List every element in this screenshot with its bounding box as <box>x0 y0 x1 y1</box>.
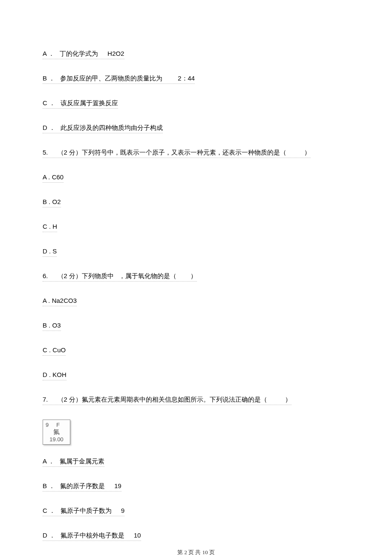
question-number: 6. <box>43 272 48 279</box>
question-number: 5. <box>43 149 48 156</box>
option-value: 9 <box>121 507 124 514</box>
option-text: 氟原子中核外电子数是 <box>61 532 124 539</box>
q4-option-a: A ．丁的化学式为H2O2 <box>43 49 124 59</box>
question-text: 氟元素在元素周期表中的相关信息如图所示。下列说法正确的是（ <box>82 396 267 403</box>
question-text: 下列符号中，既表示一个原子，又表示一种元素，还表示一种物质的是（ <box>82 149 286 156</box>
q7-option-a: A ．氟属于金属元素 <box>43 457 104 467</box>
q6-option-b: B . O3 <box>43 321 61 331</box>
question-text-1: 下列物质中 <box>82 272 114 279</box>
q4-option-c: C ．该反应属于置换反应 <box>43 98 118 109</box>
close-paren: ） <box>190 272 197 279</box>
close-paren: ） <box>304 149 311 156</box>
answer-blank <box>176 272 190 279</box>
answer-blank <box>286 149 304 156</box>
option-letter: A ． <box>43 457 55 465</box>
q5-option-a: A . C60 <box>43 173 63 183</box>
question-text-2: ，属于氧化物的是（ <box>119 272 176 279</box>
page-footer: 第 2 页 共 10 页 <box>43 549 349 555</box>
q7-option-b: B ．氟的原子序数是19 <box>43 481 121 492</box>
option-letter: B ． <box>43 482 55 489</box>
option-letter: A ． <box>43 50 55 57</box>
option-text: 氟的原子序数是 <box>60 482 105 489</box>
q6-option-c: C . CuO <box>43 345 66 356</box>
element-mass: 19.00 <box>46 436 67 443</box>
option-letter: D ． <box>43 532 55 539</box>
option-text: 氟属于金属元素 <box>60 457 104 465</box>
q7-option-c: C ．氟原子中质子数为9 <box>43 506 124 516</box>
option-letter: B ． <box>43 75 55 82</box>
option-text: 氟原子中质子数为 <box>61 507 112 514</box>
q5-option-c: C . H <box>43 222 57 232</box>
question-points: （2 分） <box>58 272 82 279</box>
answer-blank <box>267 396 285 403</box>
option-value: 19 <box>114 482 121 489</box>
option-letter: D ． <box>43 124 55 131</box>
option-text: 丁的化学式为 <box>60 50 98 57</box>
option-text: 参加反应的甲、乙两物质的质量比为 <box>60 75 162 82</box>
q6-option-d: D . KOH <box>43 370 66 380</box>
periodic-element-card: 9F 氟 19.00 <box>43 420 70 445</box>
exam-page: A ．丁的化学式为H2O2 B ．参加反应的甲、乙两物质的质量比为2：44 C … <box>0 0 392 555</box>
option-letter: C ． <box>43 99 55 106</box>
q6-stem: 6.（2 分）下列物质中，属于氧化物的是（ ） <box>43 271 197 282</box>
option-text: 此反应涉及的四种物质均由分子构成 <box>61 124 163 131</box>
q5-option-b: B . O2 <box>43 197 61 207</box>
q7-stem: 7.（2 分）氟元素在元素周期表中的相关信息如图所示。下列说法正确的是（ ） <box>43 395 291 405</box>
option-formula: H2O2 <box>107 50 124 57</box>
close-paren: ） <box>285 396 291 403</box>
question-number: 7. <box>43 396 48 403</box>
q5-stem: 5.（2 分）下列符号中，既表示一个原子，又表示一种元素，还表示一种物质的是（ … <box>43 148 311 158</box>
q6-option-a: A . Na2CO3 <box>43 296 77 306</box>
option-value: 10 <box>134 532 141 539</box>
option-text: 该反应属于置换反应 <box>61 99 118 106</box>
q4-option-b: B ．参加反应的甲、乙两物质的质量比为2：44 <box>43 74 195 84</box>
question-points: （2 分） <box>58 396 82 403</box>
element-top-row: 9F <box>46 422 67 428</box>
option-letter: C ． <box>43 507 55 514</box>
q5-option-d: D . S <box>43 247 57 257</box>
q4-option-d: D ．此反应涉及的四种物质均由分子构成 <box>43 123 163 133</box>
option-value: 2：44 <box>178 75 195 82</box>
q7-option-d: D ．氟原子中核外电子数是10 <box>43 531 141 541</box>
element-name: 氟 <box>46 428 67 436</box>
question-points: （2 分） <box>58 149 82 156</box>
